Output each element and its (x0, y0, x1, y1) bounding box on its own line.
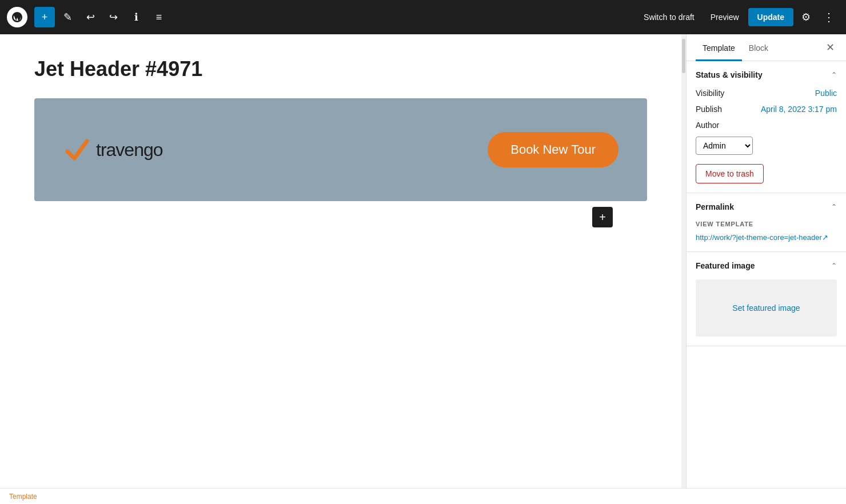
featured-image-header[interactable]: Featured image ⌃ (687, 252, 846, 279)
status-visibility-header[interactable]: Status & visibility ⌃ (687, 61, 846, 89)
update-button[interactable]: Update (748, 8, 793, 26)
publish-row: Publish April 8, 2022 3:17 pm (696, 105, 837, 114)
scroll-track[interactable] (681, 34, 686, 488)
logo-area: travengo (63, 135, 163, 164)
sidebar-close-button[interactable]: ✕ (824, 39, 837, 56)
status-text[interactable]: Template (9, 493, 37, 501)
sidebar: Template Block ✕ Status & visibility ⌃ V… (686, 34, 846, 488)
author-row: Author (696, 121, 837, 130)
featured-image-content: Set featured image (687, 279, 846, 346)
tab-template[interactable]: Template (696, 34, 742, 61)
move-to-trash-button[interactable]: Move to trash (696, 164, 764, 183)
list-view-button[interactable]: ≡ (149, 7, 169, 27)
set-featured-image-button[interactable]: Set featured image (696, 279, 837, 337)
pencil-icon: ✎ (63, 11, 72, 23)
main-area: Jet Header #4971 travengo Book New Tour … (0, 34, 846, 488)
permalink-chevron-icon: ⌃ (831, 203, 837, 211)
toolbar: + ✎ ↩ ↪ ℹ ≡ Switch to draft Preview Upda… (0, 0, 846, 34)
visibility-value[interactable]: Public (815, 89, 837, 98)
status-visibility-title: Status & visibility (696, 70, 763, 79)
scroll-thumb (682, 39, 685, 73)
more-options-button[interactable]: ⋮ (819, 7, 839, 27)
permalink-title: Permalink (696, 202, 734, 211)
logo-check-icon (63, 135, 91, 164)
author-select[interactable]: Admin (696, 137, 753, 155)
logo-text: travengo (96, 139, 163, 161)
permalink-section: Permalink ⌃ VIEW TEMPLATE http://work/?j… (687, 193, 846, 252)
plus-icon: + (42, 11, 48, 23)
permalink-content: VIEW TEMPLATE http://work/?jet-theme-cor… (687, 221, 846, 251)
view-template-label: VIEW TEMPLATE (696, 221, 837, 227)
permalink-header[interactable]: Permalink ⌃ (687, 193, 846, 221)
author-label: Author (696, 121, 719, 130)
info-icon: ℹ (134, 11, 138, 23)
chevron-up-icon: ⌃ (831, 71, 837, 79)
ellipsis-icon: ⋮ (823, 10, 835, 24)
visibility-label: Visibility (696, 89, 724, 98)
wp-logo (7, 7, 27, 27)
edit-button[interactable]: ✎ (57, 7, 78, 27)
sidebar-tabs: Template Block ✕ (687, 34, 846, 61)
undo-icon: ↩ (86, 11, 95, 23)
featured-image-chevron-icon: ⌃ (831, 262, 837, 270)
status-visibility-content: Visibility Public Publish April 8, 2022 … (687, 89, 846, 193)
redo-icon: ↪ (109, 11, 118, 23)
list-icon: ≡ (156, 11, 162, 23)
gear-icon: ⚙ (801, 11, 811, 23)
switch-to-draft-button[interactable]: Switch to draft (637, 9, 701, 25)
set-featured-image-label: Set featured image (732, 303, 800, 313)
featured-image-section: Featured image ⌃ Set featured image (687, 252, 846, 346)
featured-image-title: Featured image (696, 261, 755, 270)
visibility-row: Visibility Public (696, 89, 837, 98)
info-button[interactable]: ℹ (126, 7, 146, 27)
status-visibility-section: Status & visibility ⌃ Visibility Public … (687, 61, 846, 193)
editor-area: Jet Header #4971 travengo Book New Tour … (0, 34, 681, 488)
header-preview-block[interactable]: travengo Book New Tour (34, 98, 647, 201)
status-bar: Template (0, 488, 846, 504)
publish-label: Publish (696, 105, 722, 114)
add-block-editor-button[interactable]: + (592, 207, 613, 227)
settings-button[interactable]: ⚙ (796, 7, 816, 27)
tab-block[interactable]: Block (742, 34, 775, 61)
plus-icon: + (599, 211, 606, 224)
publish-value[interactable]: April 8, 2022 3:17 pm (761, 105, 837, 114)
permalink-link[interactable]: http://work/?jet-theme-core=jet-header↗ (696, 233, 828, 242)
post-title: Jet Header #4971 (34, 57, 647, 81)
book-new-tour-button[interactable]: Book New Tour (488, 132, 618, 167)
preview-button[interactable]: Preview (704, 9, 746, 25)
add-block-toolbar-button[interactable]: + (34, 7, 55, 27)
redo-button[interactable]: ↪ (103, 7, 123, 27)
undo-button[interactable]: ↩ (80, 7, 101, 27)
